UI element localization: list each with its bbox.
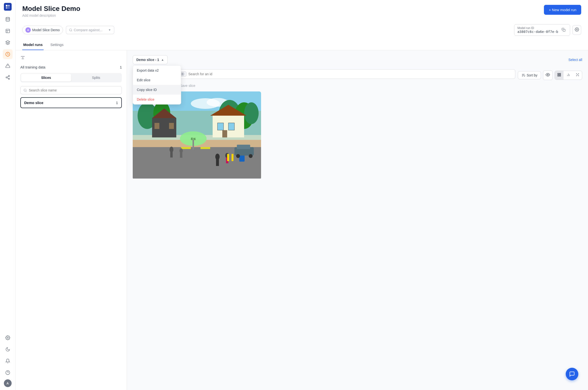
svg-point-21 bbox=[576, 29, 578, 30]
copy-icon bbox=[562, 28, 566, 32]
training-count: 1 bbox=[120, 65, 122, 69]
view-controls: Sort by bbox=[518, 70, 582, 80]
svg-rect-67 bbox=[181, 147, 191, 149]
svg-rect-68 bbox=[200, 147, 210, 149]
svg-rect-35 bbox=[559, 75, 561, 76]
settings-button[interactable] bbox=[573, 25, 581, 35]
svg-point-87 bbox=[249, 154, 253, 158]
select-all-button[interactable]: Select all bbox=[568, 58, 582, 62]
sort-by-button[interactable]: Sort by bbox=[518, 71, 541, 79]
sort-by-label: Sort by bbox=[527, 73, 537, 77]
page-title: Model Slice Demo bbox=[22, 5, 80, 13]
splits-toggle-button[interactable]: Splits bbox=[71, 74, 121, 82]
svg-point-10 bbox=[8, 75, 9, 77]
svg-point-42 bbox=[578, 74, 579, 74]
model-badge[interactable]: A Model Slice Demo bbox=[22, 26, 63, 34]
sidebar-item-notifications[interactable] bbox=[3, 356, 13, 366]
sidebar-item-models[interactable] bbox=[3, 26, 13, 36]
sidebar-item-active[interactable] bbox=[3, 49, 13, 59]
svg-point-32 bbox=[547, 74, 548, 75]
svg-rect-2 bbox=[6, 7, 7, 9]
id-search-input[interactable] bbox=[188, 72, 512, 76]
slices-toggle-button[interactable]: Slices bbox=[21, 74, 71, 82]
sidebar: A bbox=[0, 0, 15, 390]
svg-marker-6 bbox=[5, 41, 10, 43]
header-right-controls: Model run ID a3807c6c-da6e-0f7e-b bbox=[514, 24, 581, 36]
slice-item-demo[interactable]: Demo slice 1 bbox=[20, 97, 122, 108]
svg-rect-5 bbox=[6, 29, 9, 33]
svg-point-43 bbox=[576, 75, 577, 76]
svg-rect-73 bbox=[180, 152, 182, 158]
sidebar-item-nodes[interactable] bbox=[3, 73, 13, 82]
svg-point-11 bbox=[6, 77, 7, 78]
sidebar-item-theme[interactable] bbox=[3, 344, 13, 354]
svg-rect-0 bbox=[6, 5, 7, 6]
dropdown-item-edit[interactable]: Edit slice bbox=[133, 75, 181, 85]
svg-rect-1 bbox=[8, 5, 10, 6]
save-slice-button[interactable]: Save slice bbox=[180, 84, 195, 88]
grid-icon bbox=[557, 73, 561, 77]
slice-dropdown-label: Demo slice - 1 bbox=[136, 58, 159, 62]
svg-rect-58 bbox=[155, 123, 159, 129]
svg-rect-3 bbox=[8, 7, 10, 9]
tab-settings[interactable]: Settings bbox=[49, 40, 64, 50]
compare-chevron-icon: ▼ bbox=[108, 28, 111, 32]
svg-rect-71 bbox=[170, 151, 173, 157]
search-icon bbox=[69, 28, 72, 32]
copy-run-id-button[interactable] bbox=[560, 27, 567, 33]
id-search-row: test × bbox=[164, 69, 515, 79]
slice-controls-row: Demo slice - 1 ▲ Export data v2 Edit sli… bbox=[133, 55, 582, 64]
slice-name: Demo slice bbox=[24, 101, 43, 105]
svg-line-13 bbox=[7, 78, 8, 78]
dropdown-item-copy[interactable]: Copy slice ID bbox=[133, 85, 181, 95]
left-panel: All training data 1 Slices Splits Demo s… bbox=[15, 50, 127, 390]
dropdown-item-export[interactable]: Export data v2 bbox=[133, 66, 181, 75]
header-top-row: Model Slice Demo Add model description +… bbox=[22, 5, 581, 17]
slices-splits-toggle: Slices Splits bbox=[20, 73, 122, 82]
svg-rect-34 bbox=[559, 73, 561, 75]
sidebar-item-datasets[interactable] bbox=[3, 14, 13, 24]
image-card: 看板 bbox=[133, 92, 261, 180]
user-avatar[interactable]: A bbox=[4, 379, 12, 387]
svg-rect-82 bbox=[227, 154, 229, 161]
svg-line-26 bbox=[26, 91, 27, 92]
model-badge-avatar: A bbox=[25, 27, 31, 33]
svg-point-40 bbox=[577, 75, 578, 75]
filter-actions: Collapse filters Clear filters Save slic… bbox=[133, 84, 582, 88]
svg-rect-20 bbox=[563, 29, 565, 31]
search-slice-input[interactable] bbox=[29, 88, 119, 92]
new-model-run-button[interactable]: + New model run bbox=[544, 5, 581, 15]
compare-select[interactable]: Compare against... ▼ bbox=[66, 26, 114, 34]
svg-rect-59 bbox=[169, 123, 174, 129]
dropdown-item-delete[interactable]: Delete slice bbox=[133, 95, 181, 104]
sidebar-item-settings[interactable] bbox=[3, 333, 13, 342]
svg-rect-83 bbox=[232, 154, 234, 161]
view-mode-toggle bbox=[555, 71, 582, 80]
model-run-id-box: Model run ID a3807c6c-da6e-0f7e-b bbox=[514, 24, 570, 36]
sidebar-item-layers[interactable] bbox=[3, 38, 13, 48]
visibility-button[interactable] bbox=[543, 70, 553, 80]
sidebar-item-alerts[interactable] bbox=[3, 61, 13, 71]
image-area: 看板 bbox=[133, 92, 582, 385]
filter-toggle-icon[interactable] bbox=[20, 55, 122, 61]
model-badge-label: Model Slice Demo bbox=[32, 28, 60, 32]
dots-view-button[interactable] bbox=[573, 71, 582, 80]
svg-point-18 bbox=[69, 29, 71, 31]
page-subtitle: Add model description bbox=[22, 13, 80, 17]
sort-icon bbox=[521, 73, 525, 77]
svg-rect-62 bbox=[218, 123, 224, 130]
filter-row: Data row ID ▼ test × Sort by bbox=[133, 69, 582, 81]
bar-view-button[interactable] bbox=[564, 71, 573, 80]
chat-fab-button[interactable] bbox=[566, 368, 578, 380]
content-area: All training data 1 Slices Splits Demo s… bbox=[15, 50, 588, 390]
svg-rect-75 bbox=[216, 159, 219, 166]
search-slice-icon bbox=[23, 89, 27, 92]
grid-view-button[interactable] bbox=[555, 71, 564, 80]
slice-dropdown-trigger[interactable]: Demo slice - 1 ▲ bbox=[133, 55, 168, 64]
svg-point-25 bbox=[24, 89, 26, 91]
sidebar-item-help[interactable] bbox=[3, 368, 13, 377]
chat-icon bbox=[569, 371, 575, 377]
svg-point-86 bbox=[236, 154, 240, 158]
tab-model-runs[interactable]: Model runs bbox=[22, 40, 44, 50]
svg-point-74 bbox=[215, 154, 220, 160]
